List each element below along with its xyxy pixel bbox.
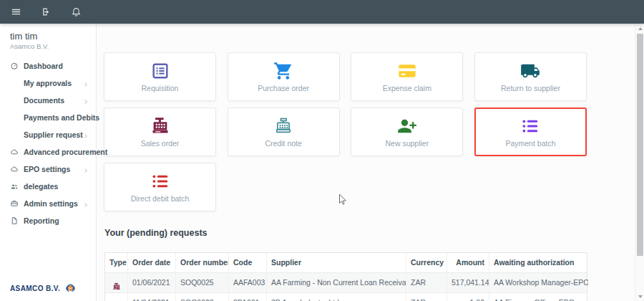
tiles-grid: RequisitionPurchase orderExpense claimRe…	[104, 52, 587, 211]
tile-label: Requisition	[142, 84, 179, 92]
tile-label: Return to supplier	[501, 84, 560, 92]
sales-order-type-icon	[112, 279, 121, 287]
tile-label: Payment batch	[505, 139, 555, 148]
chevron-right-icon	[83, 201, 89, 206]
column-header-amount: Amount	[447, 253, 489, 272]
credit-card-icon	[397, 61, 417, 80]
table-row[interactable]: 01/06/2021SOQ0025AAFA003AA Farming - Non…	[105, 273, 587, 293]
cloud-icon	[10, 165, 19, 173]
cell-supplier: 3P Agro Industry Ltd	[267, 293, 406, 301]
requisition-icon	[150, 61, 170, 80]
cell-order-date: 11/04/2021	[128, 293, 176, 301]
chevron-right-icon	[83, 97, 89, 103]
tile-direct-debit-batch[interactable]: Direct debit batch	[104, 163, 216, 211]
cell-code: 3PA001	[229, 293, 267, 301]
cell-code: AAFA003	[229, 273, 267, 292]
truck-icon	[520, 61, 540, 80]
sidebar-item-label: Payments and Debits	[24, 113, 99, 122]
logo-emblem-icon	[64, 282, 77, 295]
table-row[interactable]: 11/04/2021SOQ00233PA0013P Agro Industry …	[105, 293, 587, 301]
company-logo: ASAMCO B.V.	[10, 282, 77, 295]
sidebar-item-delegates[interactable]: delegates	[0, 178, 96, 195]
tile-label: Credit note	[265, 139, 301, 148]
sidebar-item-payments-and-debits[interactable]: Payments and Debits	[0, 109, 96, 126]
cart-icon	[273, 61, 293, 80]
sidebar-item-dashboard[interactable]: Dashboard	[0, 57, 96, 75]
cell-type	[105, 293, 128, 301]
scroll-down-button[interactable]	[635, 292, 644, 301]
user-block: tim tim Asamco B.V.	[0, 24, 96, 51]
people-icon	[10, 182, 19, 191]
requests-heading: Your (pending) requests	[104, 228, 208, 238]
sidebar-item-epo-settings[interactable]: EPO settings	[0, 161, 96, 178]
sidebar-item-label: My approvals	[24, 79, 72, 87]
cell-awaiting-authorization: AA Workshop Manager-EPO	[489, 273, 588, 292]
cell-type	[105, 273, 128, 292]
dashboard-icon	[10, 62, 19, 70]
cell-currency: ZAR	[406, 293, 447, 301]
tile-return-to-supplier[interactable]: Return to supplier	[474, 52, 587, 101]
sidebar-item-advanced-procurement[interactable]: Advanced procurement	[0, 143, 96, 161]
user-company: Asamco B.V.	[10, 42, 96, 51]
sidebar-item-label: Documents	[24, 96, 64, 105]
sidebar-item-reporting[interactable]: Reporting	[0, 212, 96, 229]
column-header-code: Code	[229, 253, 267, 272]
briefcase-icon	[10, 199, 19, 208]
sidebar-item-supplier-request[interactable]: Supplier request	[0, 126, 96, 143]
tile-purchase-order[interactable]: Purchase order	[228, 52, 340, 101]
top-bar	[0, 0, 644, 24]
cell-currency: ZAR	[406, 273, 447, 292]
cash-register-icon	[150, 116, 170, 135]
table-header-row: TypeOrder dateOrder numberCodeSupplierCu…	[105, 253, 587, 273]
cell-amount: 517,041.14	[447, 273, 489, 292]
scrollbar-thumb[interactable]	[637, 34, 643, 256]
column-header-awaiting-authorization: Awaiting authorization	[489, 253, 588, 272]
file-icon	[10, 216, 19, 225]
person-add-icon	[397, 116, 417, 135]
tile-label: Purchase order	[258, 84, 309, 92]
column-header-order-date: Order date	[128, 253, 176, 272]
tile-label: Sales order	[141, 139, 180, 148]
sidebar-item-my-approvals[interactable]: My approvals	[0, 75, 96, 92]
sidebar-item-label: delegates	[24, 182, 58, 191]
cell-supplier: AA Farming - Non Current Loan Receivable	[267, 273, 406, 292]
cell-order-number: SOQ0023	[176, 293, 229, 301]
chevron-right-icon	[83, 132, 89, 138]
cloud-icon	[10, 148, 19, 156]
cell-order-date: 01/06/2021	[128, 273, 176, 292]
menu-icon[interactable]	[11, 6, 21, 17]
tile-new-supplier[interactable]: New supplier	[351, 108, 463, 156]
pending-requests-table: TypeOrder dateOrder numberCodeSupplierCu…	[104, 252, 587, 301]
tile-payment-batch[interactable]: Payment batch	[474, 108, 587, 156]
main-content: RequisitionPurchase orderExpense claimRe…	[97, 24, 635, 301]
column-header-supplier: Supplier	[267, 253, 406, 272]
logout-icon[interactable]	[41, 6, 52, 17]
cell-awaiting-authorization: AA Finance Officer-EPO	[489, 293, 588, 301]
tile-requisition[interactable]: Requisition	[104, 52, 216, 101]
sidebar-item-documents[interactable]: Documents	[0, 92, 96, 109]
tile-sales-order[interactable]: Sales order	[104, 108, 216, 156]
column-header-order-number: Order number	[176, 253, 229, 272]
bell-icon[interactable]	[71, 6, 82, 17]
bullet-list-icon	[150, 171, 170, 190]
tile-label: Direct debit batch	[131, 194, 190, 203]
sidebar-item-admin-settings[interactable]: Admin settings	[0, 195, 96, 212]
sidebar-item-label: Reporting	[24, 216, 59, 225]
sidebar-item-label: EPO settings	[24, 165, 70, 173]
cash-register-outline-icon	[273, 116, 293, 135]
scrollbar[interactable]	[635, 24, 644, 301]
scroll-up-button[interactable]	[635, 24, 644, 33]
column-header-currency: Currency	[406, 253, 447, 272]
cell-amount: 1.00	[447, 293, 489, 301]
tile-label: New supplier	[385, 139, 429, 148]
tile-expense-claim[interactable]: Expense claim	[351, 52, 463, 101]
sidebar-nav: DashboardMy approvalsDocumentsPayments a…	[0, 57, 96, 229]
sales-order-type-icon	[112, 299, 121, 301]
column-header-type: Type	[105, 253, 128, 272]
sidebar-item-label: Advanced procurement	[24, 148, 107, 156]
sidebar: tim tim Asamco B.V. DashboardMy approval…	[0, 24, 97, 301]
tile-label: Expense claim	[383, 84, 431, 92]
tile-credit-note[interactable]: Credit note	[228, 108, 340, 156]
sidebar-item-label: Admin settings	[24, 199, 78, 208]
chevron-right-icon	[83, 80, 89, 86]
